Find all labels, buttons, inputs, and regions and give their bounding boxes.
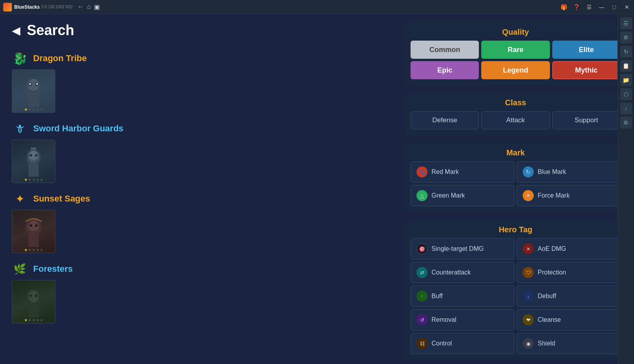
protection-icon: 🛡 — [523, 267, 534, 278]
sword-harbor-name: Sword Harbor Guards — [33, 123, 124, 134]
class-support-btn[interactable]: Support — [552, 111, 621, 129]
sword-harbor-icon: 🗡 — [12, 121, 28, 136]
minimize-btn[interactable]: — — [596, 2, 607, 13]
mark-section: Mark 🐾 Red Mark ↻ Blue Mark △ Green Mark… — [405, 143, 626, 212]
cleanse-icon: ❤ — [523, 314, 534, 325]
star-1: ★ — [24, 318, 28, 322]
mark-grid: 🐾 Red Mark ↻ Blue Mark △ Green Mark ✦ Fo… — [411, 161, 621, 206]
faction-sword-harbor-header: 🗡 Sword Harbor Guards — [12, 121, 389, 136]
star-2: ★ — [28, 248, 32, 252]
sunset-icon: ✦ — [15, 192, 24, 205]
back-button[interactable]: ◀ — [12, 24, 21, 37]
foresters-hero-avatar[interactable]: ★ ★ ★ ★ ★ — [12, 280, 55, 323]
green-mark-icon: △ — [416, 190, 428, 201]
mark-force-btn[interactable]: ✦ Force Mark — [517, 185, 621, 206]
svg-point-12 — [35, 154, 38, 157]
tag-aoe-btn[interactable]: ✕ AoE DMG — [517, 238, 621, 259]
back-arrow-icon: ◀ — [12, 24, 21, 37]
strip-icon-3[interactable]: ↻ — [620, 46, 632, 58]
strip-icon-7[interactable]: ↕ — [620, 103, 632, 114]
star-4: ★ — [36, 107, 39, 112]
tag-buff-btn[interactable]: ↑ Buff — [411, 286, 514, 307]
quality-mythic-btn[interactable]: Mythic — [552, 61, 621, 79]
star-5: ★ — [40, 248, 43, 252]
app-version: 5.9.130.1002 N32 — [41, 5, 73, 9]
class-title: Class — [411, 98, 621, 107]
strip-icon-4[interactable]: 📋 — [620, 60, 632, 72]
hero-tag-title: Hero Tag — [411, 225, 621, 234]
gift-icon[interactable]: 🎁 — [558, 2, 569, 13]
strip-icon-6[interactable]: ⬡ — [620, 88, 632, 100]
tag-debuff-btn[interactable]: ↓ Debuff — [517, 286, 621, 307]
back-nav-btn[interactable]: ← — [77, 3, 84, 11]
class-defense-btn[interactable]: Defense — [411, 111, 479, 129]
sword-icon: 🗡 — [14, 122, 25, 135]
tag-single-target-btn[interactable]: 🎯 Single-target DMG — [411, 238, 514, 259]
tag-counterattack-btn[interactable]: ⇄ Counterattack — [411, 262, 514, 283]
quality-epic-btn[interactable]: Epic — [411, 61, 479, 79]
star-5: ★ — [40, 318, 43, 322]
quality-legend-btn[interactable]: Legend — [481, 61, 550, 79]
quality-elite-btn[interactable]: Elite — [552, 41, 621, 59]
tag-removal-btn[interactable]: ↺ Removal — [411, 309, 514, 330]
force-mark-label: Force Mark — [538, 192, 570, 199]
close-btn[interactable]: ✕ — [621, 2, 632, 13]
quality-common-btn[interactable]: Common — [411, 41, 479, 59]
help-icon[interactable]: ❓ — [571, 2, 582, 13]
star-2: ★ — [28, 318, 32, 322]
star-1: ★ — [24, 107, 28, 112]
aoe-dmg-icon: ✕ — [523, 243, 534, 254]
forester-hero-image — [12, 280, 55, 323]
sword-harbor-hero-avatar[interactable]: ★ ★ ★ ★ ★ — [12, 140, 55, 183]
faction-sword-harbor: 🗡 Sword Harbor Guards — [12, 121, 389, 183]
tag-cleanse-btn[interactable]: ❤ Cleanse — [517, 309, 621, 330]
strip-icon-5[interactable]: 📁 — [620, 74, 632, 86]
foresters-icon: 🌿 — [12, 261, 28, 277]
tag-grid: 🎯 Single-target DMG ✕ AoE DMG ⇄ Countera… — [411, 238, 621, 354]
right-panel: Quality Common Rare Elite Epic Legend My… — [401, 14, 634, 364]
dragon-tribe-hero-avatar[interactable]: ★ ★ ★ ★ ★ — [12, 69, 55, 113]
strip-icon-1[interactable]: ☰ — [620, 17, 632, 29]
maximize-btn[interactable]: □ — [609, 2, 620, 13]
quality-rare-btn[interactable]: Rare — [481, 41, 550, 59]
sunset-sages-hero-avatar[interactable]: ★ ★ ★ ★ ★ — [12, 210, 55, 253]
blue-mark-label: Blue Mark — [538, 168, 566, 175]
control-icon: ⛓ — [416, 338, 428, 349]
dragon-hero-image — [12, 70, 55, 112]
removal-label: Removal — [431, 316, 456, 323]
window-nav-btn[interactable]: ▣ — [94, 3, 100, 11]
dragon-hero-stars: ★ ★ ★ ★ ★ — [24, 107, 43, 112]
sunset-sages-icon: ✦ — [12, 191, 28, 207]
home-nav-btn[interactable]: ⌂ — [87, 3, 91, 11]
svg-point-17 — [35, 224, 38, 227]
mark-red-btn[interactable]: 🐾 Red Mark — [411, 161, 514, 183]
class-section: Class Defense Attack Support — [405, 93, 626, 135]
star-5: ★ — [40, 177, 43, 182]
star-4: ★ — [36, 248, 39, 252]
green-mark-label: Green Mark — [431, 192, 465, 199]
svg-point-21 — [30, 295, 32, 297]
strip-icon-8[interactable]: ⚙ — [620, 117, 632, 129]
star-2: ★ — [28, 177, 32, 182]
mark-green-btn[interactable]: △ Green Mark — [411, 185, 514, 206]
menu-icon[interactable]: ☰ — [583, 2, 595, 13]
right-strip: ☰ ⚙ ↻ 📋 📁 ⬡ ↕ ⚙ — [617, 14, 634, 364]
mark-blue-btn[interactable]: ↻ Blue Mark — [517, 161, 621, 183]
buff-label: Buff — [431, 293, 443, 300]
star-4: ★ — [36, 177, 39, 182]
dragon-icon: 🐉 — [13, 52, 27, 65]
dragon-tribe-icon: 🐉 — [12, 50, 28, 66]
blue-mark-icon: ↻ — [523, 166, 534, 177]
buff-icon: ↑ — [416, 291, 428, 302]
tag-protection-btn[interactable]: 🛡 Protection — [517, 262, 621, 283]
tag-shield-btn[interactable]: ◉ Shield — [517, 333, 621, 354]
tag-control-btn[interactable]: ⛓ Control — [411, 333, 514, 354]
star-3: ★ — [32, 107, 36, 112]
class-attack-btn[interactable]: Attack — [481, 111, 550, 129]
debuff-label: Debuff — [538, 293, 556, 300]
star-3: ★ — [32, 177, 36, 182]
hero-tag-section: Hero Tag 🎯 Single-target DMG ✕ AoE DMG ⇄… — [405, 220, 626, 360]
mark-title: Mark — [411, 148, 621, 157]
strip-icon-2[interactable]: ⚙ — [620, 32, 632, 43]
protection-label: Protection — [538, 269, 566, 276]
